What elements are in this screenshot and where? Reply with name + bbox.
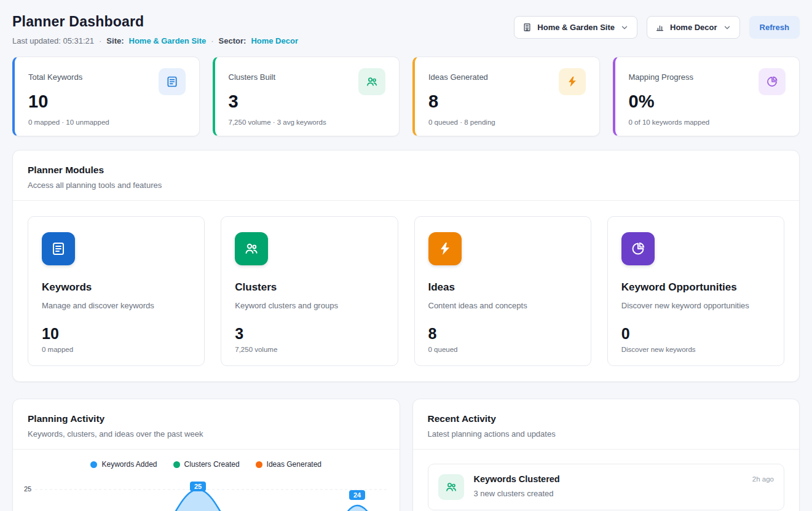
meta-separator: · [99, 36, 101, 45]
page-title: Planner Dashboard [12, 14, 298, 30]
title-block: Planner Dashboard Last updated: 05:31:21… [12, 14, 298, 45]
module-title: Clusters [235, 281, 384, 294]
activity-list: Keywords Clustered 3 new clusters create… [413, 450, 800, 511]
pie-chart-icon [621, 232, 655, 265]
planner-modules-panel: Planner Modules Access all planning tool… [12, 150, 800, 382]
legend-label: Clusters Created [184, 460, 240, 469]
data-point-label: 24 [349, 490, 365, 500]
users-icon [438, 474, 464, 500]
stat-card-mapping-progress: Mapping Progress 0% 0 of 10 keywords map… [613, 57, 800, 136]
document-icon [42, 232, 75, 265]
bolt-icon [428, 232, 462, 265]
module-description: Manage and discover keywords [42, 301, 191, 310]
module-description: Discover new keyword opportunities [621, 301, 770, 310]
page-meta: Last updated: 05:31:21 · Site: Home & Ga… [12, 36, 298, 45]
building-icon [522, 23, 532, 32]
site-selector-label: Home & Garden Site [537, 23, 615, 32]
users-icon [235, 232, 268, 265]
bolt-icon [559, 68, 586, 95]
planning-activity-panel: Planning Activity Keywords, clusters, an… [12, 399, 400, 511]
stats-row: Total Keywords 10 0 mapped · 10 unmapped… [0, 55, 812, 136]
recent-activity-title: Recent Activity [428, 413, 785, 424]
bottom-row: Planning Activity Keywords, clusters, an… [12, 399, 800, 511]
module-title: Keyword Opportunities [621, 281, 770, 294]
stat-detail: 7,250 volume · 3 avg keywords [229, 119, 386, 126]
module-detail: 7,250 volume [235, 346, 384, 353]
activity-timestamp: 2h ago [752, 474, 774, 483]
site-link[interactable]: Home & Garden Site [129, 36, 207, 45]
stat-label: Clusters Built [229, 68, 276, 82]
module-detail: Discover new keywords [621, 346, 770, 353]
module-title: Keywords [42, 281, 191, 294]
area-chart [35, 477, 388, 511]
stat-detail: 0 of 10 keywords mapped [629, 119, 786, 126]
legend-item-clusters-created: Clusters Created [173, 460, 240, 469]
recent-activity-subtitle: Latest planning actions and updates [428, 429, 785, 439]
pie-chart-icon [759, 68, 786, 95]
module-title: Ideas [428, 281, 577, 294]
sector-selector-dropdown[interactable]: Home Decor [647, 16, 740, 39]
activity-title: Keywords Clustered [474, 474, 560, 484]
module-card-keyword-opportunities[interactable]: Keyword Opportunities Discover new keywo… [607, 216, 784, 366]
chevron-down-icon [723, 23, 731, 32]
chart-legend: Keywords Added Clusters Created Ideas Ge… [13, 450, 400, 469]
module-card-ideas[interactable]: Ideas Content ideas and concepts 8 0 que… [414, 216, 591, 366]
stat-detail: 0 mapped · 10 unmapped [28, 119, 186, 126]
module-detail: 0 mapped [42, 346, 191, 353]
document-icon [159, 68, 186, 95]
site-selector-dropdown[interactable]: Home & Garden Site [514, 16, 637, 39]
toolbar-controls: Home & Garden Site Home Decor Refresh [514, 16, 800, 39]
data-point-label: 25 [190, 482, 206, 491]
stat-card-clusters-built: Clusters Built 3 7,250 volume · 3 avg ke… [213, 57, 400, 136]
site-label: Site: [106, 36, 124, 45]
users-icon [358, 68, 385, 95]
stat-label: Total Keywords [28, 68, 82, 82]
legend-item-ideas-generated: Ideas Generated [256, 460, 321, 469]
stat-label: Mapping Progress [629, 68, 694, 82]
sector-link[interactable]: Home Decor [251, 36, 298, 45]
stat-card-total-keywords: Total Keywords 10 0 mapped · 10 unmapped [12, 57, 200, 136]
module-card-clusters[interactable]: Clusters Keyword clusters and groups 3 7… [221, 216, 398, 366]
topbar: Planner Dashboard Last updated: 05:31:21… [0, 0, 812, 55]
recent-activity-panel: Recent Activity Latest planning actions … [412, 399, 800, 511]
legend-dot [173, 461, 180, 468]
module-value: 0 [621, 325, 770, 343]
stat-detail: 0 queued · 8 pending [428, 119, 586, 126]
sector-label: Sector: [219, 36, 246, 45]
legend-dot [90, 461, 97, 468]
modules-grid: Keywords Manage and discover keywords 10… [13, 201, 799, 381]
bar-chart-icon [655, 23, 664, 32]
legend-item-keywords-added: Keywords Added [90, 460, 157, 469]
module-detail: 0 queued [428, 346, 577, 353]
module-value: 3 [235, 325, 384, 343]
planning-activity-chart: 25 25 24 [13, 477, 400, 511]
planning-activity-title: Planning Activity [28, 413, 385, 424]
module-description: Keyword clusters and groups [235, 301, 384, 310]
meta-separator: · [211, 36, 213, 45]
y-axis-tick: 25 [24, 485, 31, 493]
legend-label: Keywords Added [101, 460, 157, 469]
activity-description: 3 new clusters created [474, 489, 560, 498]
legend-dot [256, 461, 262, 468]
module-value: 10 [42, 325, 191, 343]
planning-activity-subtitle: Keywords, clusters, and ideas over the p… [28, 429, 385, 439]
modules-subtitle: Access all planning tools and features [28, 181, 784, 190]
stat-label: Ideas Generated [428, 68, 488, 82]
sector-selector-label: Home Decor [670, 23, 717, 32]
legend-label: Ideas Generated [267, 460, 321, 469]
last-updated-text: Last updated: 05:31:21 [12, 36, 94, 45]
modules-title: Planner Modules [28, 165, 784, 176]
refresh-button[interactable]: Refresh [749, 16, 800, 39]
activity-item-keywords-clustered: Keywords Clustered 3 new clusters create… [428, 464, 785, 510]
module-value: 8 [428, 325, 577, 343]
module-description: Content ideas and concepts [428, 301, 577, 310]
chevron-down-icon [620, 23, 629, 32]
module-card-keywords[interactable]: Keywords Manage and discover keywords 10… [28, 216, 205, 366]
stat-card-ideas-generated: Ideas Generated 8 0 queued · 8 pending [412, 57, 600, 136]
